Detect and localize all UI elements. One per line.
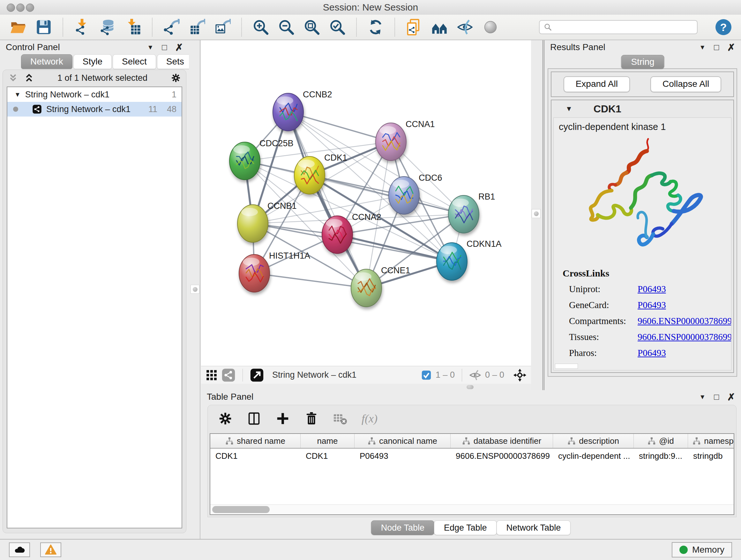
crosslink-link[interactable]: P06493 bbox=[637, 348, 666, 358]
column-header-@id[interactable]: @id bbox=[634, 434, 688, 448]
tab-network[interactable]: Network bbox=[21, 54, 72, 69]
node-CCNA2[interactable]: CCNA2 bbox=[322, 212, 381, 253]
network-row[interactable]: String Network – cdk1 11 48 bbox=[7, 102, 182, 117]
hide-graphics-details-icon[interactable] bbox=[456, 18, 474, 36]
node-CDC25B[interactable]: CDC25B bbox=[229, 138, 293, 180]
horizontal-splitter[interactable] bbox=[201, 384, 531, 390]
column-header-database-identifier[interactable]: database identifier bbox=[451, 434, 553, 448]
section-collapse-icon[interactable]: ▼ bbox=[565, 105, 572, 113]
table-cell[interactable]: P06493 bbox=[354, 449, 451, 463]
cloud-status-button[interactable] bbox=[9, 543, 30, 557]
tab-string[interactable]: String bbox=[621, 55, 664, 69]
pan-crosshair-icon[interactable] bbox=[513, 368, 527, 382]
edge-CCNB2-CCNA1[interactable] bbox=[288, 112, 391, 142]
show-graphics-details-icon[interactable] bbox=[482, 18, 499, 36]
crosslink-link[interactable]: 9606.ENSP00000378699 bbox=[637, 332, 731, 342]
node-CDKN1A[interactable]: CDKN1A bbox=[436, 239, 502, 280]
node-CDC6[interactable]: CDC6 bbox=[389, 173, 442, 214]
search-input[interactable] bbox=[556, 22, 693, 33]
node-CCNA1[interactable]: CCNA1 bbox=[376, 119, 435, 161]
edge-CCNA2-CDKN1A[interactable] bbox=[337, 235, 452, 261]
delete-column-icon[interactable] bbox=[304, 411, 319, 426]
table-hscrollbar-thumb[interactable] bbox=[212, 506, 270, 513]
import-network-file-icon[interactable] bbox=[73, 18, 91, 36]
crosslink-link[interactable]: 9606.ENSP00000378699 bbox=[637, 316, 731, 326]
copy-documents-icon[interactable] bbox=[405, 18, 422, 36]
crosslink-link[interactable]: P06493 bbox=[637, 284, 666, 294]
right-splitter[interactable] bbox=[531, 40, 544, 390]
node-HIST1H1A[interactable]: HIST1H1A bbox=[239, 251, 310, 292]
panel-close-icon[interactable]: ✗ bbox=[175, 42, 183, 53]
detach-view-icon[interactable] bbox=[250, 368, 264, 382]
show-columns-icon[interactable] bbox=[247, 411, 261, 426]
column-header-description[interactable]: description bbox=[553, 434, 634, 448]
panel-close-icon[interactable]: ✗ bbox=[727, 391, 735, 402]
tab-sets[interactable]: Sets bbox=[157, 54, 193, 69]
zoom-selected-icon[interactable] bbox=[329, 18, 346, 36]
tab-edge-table[interactable]: Edge Table bbox=[434, 520, 497, 535]
open-session-icon[interactable] bbox=[10, 18, 27, 36]
zoom-out-icon[interactable] bbox=[278, 18, 295, 36]
warnings-button[interactable] bbox=[40, 543, 61, 557]
panel-float-icon[interactable]: □ bbox=[162, 43, 167, 52]
column-header-name[interactable]: name bbox=[300, 434, 354, 448]
table-cell[interactable]: CDK1 bbox=[210, 449, 300, 463]
tab-select[interactable]: Select bbox=[113, 54, 156, 69]
birds-eye-view-icon[interactable] bbox=[205, 369, 218, 381]
save-session-icon[interactable] bbox=[35, 18, 52, 36]
panel-float-icon[interactable]: □ bbox=[714, 43, 719, 52]
crosslink-link[interactable]: P06493 bbox=[637, 300, 666, 310]
node-RB1[interactable]: RB1 bbox=[448, 192, 495, 233]
tab-node-table[interactable]: Node Table bbox=[371, 520, 434, 535]
network-view[interactable]: CCNB2CCNA1CDC25BCDK1CDC6RB1CCNB1CCNA2CDK… bbox=[201, 40, 531, 366]
refresh-view-icon[interactable] bbox=[367, 18, 384, 36]
export-image-icon[interactable] bbox=[214, 18, 231, 36]
export-network-icon[interactable] bbox=[163, 18, 180, 36]
panel-float-icon[interactable]: □ bbox=[714, 392, 719, 402]
node-CDK1[interactable]: CDK1 bbox=[294, 153, 347, 194]
memory-button[interactable]: Memory bbox=[672, 542, 732, 557]
panel-close-icon[interactable]: ✗ bbox=[727, 42, 735, 53]
import-table-file-icon[interactable] bbox=[125, 18, 142, 36]
table-cell[interactable]: CDK1 bbox=[300, 449, 354, 463]
table-cell[interactable]: stringdb:9... bbox=[634, 449, 688, 463]
column-header-namespace[interactable]: namespace bbox=[688, 434, 734, 448]
panel-menu-icon[interactable]: ▼ bbox=[699, 393, 705, 401]
left-splitter[interactable] bbox=[189, 40, 200, 539]
column-header-canonical-name[interactable]: canonical name bbox=[354, 434, 451, 448]
table-cell[interactable]: stringdb bbox=[688, 449, 734, 463]
add-column-icon[interactable] bbox=[275, 411, 290, 426]
network-collection-row[interactable]: ▼ String Network – cdk1 1 bbox=[7, 87, 182, 102]
collapse-all-button[interactable]: Collapse All bbox=[650, 76, 721, 92]
protein-section-header[interactable]: ▼ CDK1 bbox=[551, 100, 733, 118]
collapse-all-icon[interactable] bbox=[8, 73, 18, 83]
panel-menu-icon[interactable]: ▼ bbox=[699, 44, 705, 51]
selected-checkbox-icon[interactable] bbox=[421, 370, 432, 381]
help-button[interactable]: ? bbox=[716, 19, 731, 35]
fit-content-icon[interactable] bbox=[303, 18, 320, 36]
node-CCNE1[interactable]: CCNE1 bbox=[351, 266, 410, 307]
tab-network-table[interactable]: Network Table bbox=[496, 520, 571, 535]
table-hscrollbar[interactable] bbox=[210, 504, 734, 514]
collection-expand-icon[interactable]: ▼ bbox=[14, 91, 21, 98]
expand-all-button[interactable]: Expand All bbox=[563, 76, 630, 92]
hidden-eye-slash-icon[interactable] bbox=[469, 369, 481, 381]
expand-all-icon[interactable] bbox=[24, 73, 34, 83]
search-box[interactable] bbox=[539, 20, 697, 34]
export-table-icon[interactable] bbox=[188, 18, 205, 36]
gear-icon[interactable] bbox=[171, 73, 181, 83]
table-cell[interactable]: cyclin-dependent ... bbox=[553, 449, 634, 463]
edge-HIST1H1A-CCNE1[interactable] bbox=[254, 273, 366, 288]
horizontal-splitter-handle[interactable] bbox=[467, 385, 474, 389]
first-neighbors-houses-icon[interactable] bbox=[431, 18, 448, 36]
right-splitter-handle[interactable] bbox=[532, 209, 541, 218]
table-cell[interactable]: 9606.ENSP00000378699 bbox=[451, 449, 553, 463]
tab-style[interactable]: Style bbox=[73, 54, 112, 69]
left-splitter-handle[interactable] bbox=[191, 285, 199, 294]
edge-CCNB2-CCNE1[interactable] bbox=[288, 112, 366, 288]
import-network-database-icon[interactable] bbox=[99, 18, 116, 36]
table-body-row[interactable]: CDK1CDK1P064939606.ENSP00000378699cyclin… bbox=[210, 449, 734, 463]
panel-menu-icon[interactable]: ▼ bbox=[147, 44, 153, 51]
zoom-in-icon[interactable] bbox=[252, 18, 269, 36]
column-header-shared-name[interactable]: shared name bbox=[210, 434, 300, 448]
